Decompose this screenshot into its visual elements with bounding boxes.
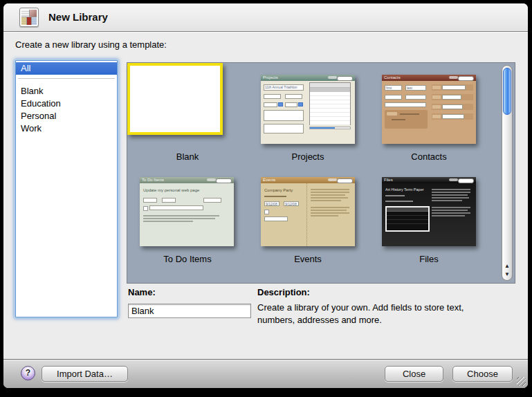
template-label-blank: Blank: [139, 151, 236, 162]
template-label-projects: Projects: [259, 151, 356, 162]
template-label-events: Events: [259, 254, 356, 264]
new-library-dialog: New Library Create a new library using a…: [3, 3, 528, 388]
template-scrollbar[interactable]: ▲ ▼: [502, 65, 513, 281]
category-item-blank[interactable]: Blank: [16, 85, 117, 98]
template-thumb-contacts[interactable]: Contacts first last: [382, 75, 476, 144]
bento-app-icon: [19, 8, 39, 27]
name-label: Name:: [128, 287, 156, 297]
template-label-files: Files: [380, 254, 477, 264]
template-thumb-todo[interactable]: To Do Items Update my personal web page: [140, 177, 234, 246]
help-button[interactable]: ?: [21, 366, 35, 380]
description-label: Description:: [257, 287, 310, 297]
template-label-contacts: Contacts: [380, 151, 477, 162]
files-preview-header: Files: [382, 177, 476, 183]
template-pane: Blank Projects 11th Annual Triathlon: [127, 62, 515, 284]
category-item-work[interactable]: Work: [16, 122, 117, 135]
projects-preview-body: 11th Annual Triathlon: [261, 81, 355, 144]
description-text: Create a library of your own. Add fields…: [257, 302, 493, 326]
projects-preview-header: Projects: [261, 75, 355, 81]
todo-preview-header: To Do Items: [140, 177, 234, 183]
window-title: New Library: [48, 11, 108, 23]
category-item-education[interactable]: Education: [16, 98, 117, 110]
name-input[interactable]: [128, 304, 251, 318]
template-label-todo: To Do Items: [139, 254, 236, 264]
resize-grip-icon[interactable]: [517, 377, 526, 386]
template-thumb-projects[interactable]: Projects 11th Annual Triathlon: [261, 75, 355, 144]
category-list: All Blank Education Personal Work: [15, 60, 118, 317]
files-preview-body: Art History Term Paper: [382, 183, 476, 246]
scroll-down-icon[interactable]: ▼: [502, 270, 512, 279]
template-thumb-files[interactable]: Files Art History Term Paper: [382, 177, 476, 246]
prompt-text: Create a new library using a template:: [15, 39, 167, 50]
footer-bar: ? Import Data… Close Choose: [3, 359, 528, 388]
events-preview-body: Company Party 9/12/08 9/12/08: [261, 183, 355, 246]
scrollbar-thumb[interactable]: [503, 68, 511, 115]
contacts-preview-header: Contacts: [382, 75, 476, 81]
template-thumb-blank[interactable]: [127, 63, 223, 135]
category-item-personal[interactable]: Personal: [16, 110, 117, 122]
import-data-button[interactable]: Import Data…: [42, 366, 128, 382]
events-preview-header: Events: [261, 177, 355, 183]
choose-button[interactable]: Choose: [452, 366, 513, 382]
contacts-preview-body: first last: [382, 81, 476, 144]
template-thumb-events[interactable]: Events Company Party 9/12/08 9/12/08: [261, 177, 355, 246]
scroll-up-icon[interactable]: ▲: [502, 262, 512, 270]
title-bar: New Library: [3, 3, 528, 32]
close-button[interactable]: Close: [385, 366, 443, 382]
category-item-all[interactable]: All: [16, 62, 117, 75]
category-separator: [18, 78, 115, 79]
todo-preview-body: Update my personal web page: [140, 183, 234, 246]
